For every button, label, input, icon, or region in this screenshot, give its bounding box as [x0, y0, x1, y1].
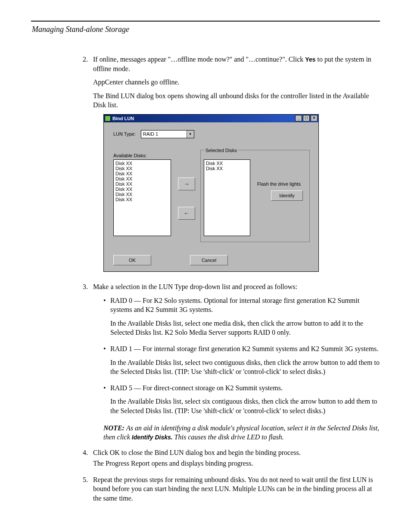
note-label: NOTE:: [103, 424, 126, 432]
lun-type-dropdown[interactable]: RAID 1 ▼: [141, 130, 194, 138]
flash-lights-label: Flash the drive lights: [257, 181, 301, 187]
step-2: 2. If online, messages appear "…offline …: [83, 55, 380, 280]
bind-lun-dialog-figure: Bind LUN _ □ × LUN Type: RAID 1 ▼: [103, 114, 380, 272]
header-rule: [31, 21, 380, 22]
raid1-item: • RAID 1 — For internal storage first ge…: [103, 344, 380, 381]
list-item[interactable]: Disk XX: [115, 181, 169, 187]
bind-lun-dialog: Bind LUN _ □ × LUN Type: RAID 1 ▼: [103, 114, 319, 272]
raid1-line1: RAID 1 — For internal storage first gene…: [110, 344, 380, 354]
note-part2: This causes the disk drive LED to flash.: [174, 433, 284, 441]
maximize-button[interactable]: □: [303, 115, 310, 121]
list-item[interactable]: Disk XX: [115, 161, 169, 166]
bullet-icon: •: [103, 296, 110, 342]
main-content: 2. If online, messages appear "…offline …: [83, 55, 380, 507]
dialog-title: Bind LUN: [112, 115, 294, 122]
identify-button[interactable]: Identify: [271, 190, 303, 201]
step-number: 5.: [83, 475, 93, 507]
step-number: 2.: [83, 55, 93, 280]
chevron-down-icon[interactable]: ▼: [187, 131, 194, 138]
step-5: 5. Repeat the previous steps for remaini…: [83, 475, 380, 507]
step-2-line3: The Bind LUN dialog box opens showing al…: [93, 91, 380, 110]
arrow-left-icon: ←: [184, 209, 190, 218]
step-2-line1: If online, messages appear "…offline mod…: [93, 55, 380, 73]
available-disks-list[interactable]: Disk XX Disk XX Disk XX Disk XX Disk XX …: [113, 159, 171, 236]
move-right-button[interactable]: →: [178, 177, 195, 190]
available-disks-label: Available Disks:: [113, 152, 146, 159]
bullet-icon: •: [103, 383, 110, 420]
bullet-icon: •: [103, 344, 110, 381]
minimize-button[interactable]: _: [295, 115, 302, 121]
list-item[interactable]: Disk XX: [115, 187, 169, 192]
selected-disks-label: Selected Disks: [204, 147, 238, 154]
list-item[interactable]: Disk XX: [115, 171, 169, 176]
list-item[interactable]: Disk XX: [206, 166, 248, 171]
ok-button[interactable]: OK: [113, 255, 151, 265]
section-title: Managing Stand-alone Storage: [32, 25, 380, 34]
step-3: 3. Make a selection in the LUN Type drop…: [83, 282, 380, 445]
selected-disks-list[interactable]: Disk XX Disk XX: [204, 159, 250, 236]
lun-type-label: LUN Type:: [113, 131, 136, 137]
raid0-line1: RAID 0 — For K2 Solo systems. Optional f…: [110, 296, 380, 314]
raid5-line1: RAID 5 — For direct-connect storage on K…: [110, 383, 380, 393]
step-number: 3.: [83, 282, 93, 445]
arrow-right-icon: →: [184, 180, 190, 188]
list-item[interactable]: Disk XX: [115, 197, 169, 202]
app-icon: [105, 115, 111, 121]
step-2-line2: AppCenter channels go offline.: [93, 78, 380, 87]
move-left-button[interactable]: ←: [178, 207, 195, 220]
cancel-button[interactable]: Cancel: [190, 255, 228, 265]
step-4-line2: The Progress Report opens and displays b…: [93, 459, 380, 468]
text: If online, messages appear "…offline mod…: [93, 56, 305, 63]
step-4: 4. Click OK to close the Bind LUN dialog…: [83, 448, 380, 473]
lun-type-value: RAID 1: [143, 131, 158, 137]
step-number: 4.: [83, 448, 93, 473]
step-4-line1: Click OK to close the Bind LUN dialog bo…: [93, 448, 380, 457]
raid5-line2: In the Available Disks list, select six …: [110, 397, 380, 415]
list-item[interactable]: Disk XX: [115, 192, 169, 197]
list-item[interactable]: Disk XX: [115, 166, 169, 171]
step-3-intro: Make a selection in the LUN Type drop-do…: [93, 282, 380, 292]
yes-label: Yes: [305, 56, 315, 63]
raid5-item: • RAID 5 — For direct-connect storage on…: [103, 383, 380, 420]
raid1-line2: In the Available Disks list, select two …: [110, 358, 380, 376]
raid0-item: • RAID 0 — For K2 Solo systems. Optional…: [103, 296, 380, 342]
list-item[interactable]: Disk XX: [115, 176, 169, 181]
titlebar: Bind LUN _ □ ×: [104, 115, 318, 122]
identify-disks-label: Identify Disks.: [132, 434, 174, 441]
close-button[interactable]: ×: [311, 115, 318, 121]
note-block: NOTE: As an aid in identifying a disk mo…: [103, 423, 380, 442]
list-item[interactable]: Disk XX: [206, 161, 248, 166]
raid0-line2: In the Available Disks list, select one …: [110, 319, 380, 337]
step-5-line1: Repeat the previous steps for remaining …: [93, 475, 380, 503]
